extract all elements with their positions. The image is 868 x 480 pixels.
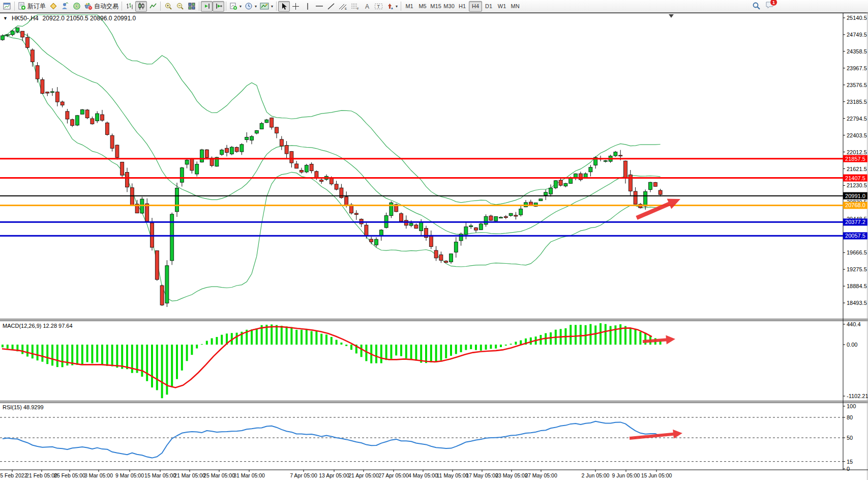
price-tag-21857.5: 21857.5 <box>843 155 867 162</box>
collapse-arrow-icon[interactable]: ▼ <box>3 16 8 21</box>
new-order-button[interactable]: 新订单 <box>16 1 47 12</box>
metaeditor-button[interactable] <box>47 1 59 12</box>
svg-text:15 Mar 05:00: 15 Mar 05:00 <box>144 472 176 478</box>
timeframe-m5[interactable]: M5 <box>416 1 429 12</box>
svg-text:15: 15 <box>847 459 853 465</box>
timeframe-d1[interactable]: D1 <box>482 1 495 12</box>
timeframe-m30[interactable]: M30 <box>442 1 456 12</box>
svg-text:23967.5: 23967.5 <box>847 65 867 71</box>
line-chart-icon <box>149 2 157 10</box>
bar-chart-button[interactable] <box>124 1 135 12</box>
add-indicator-button[interactable]: ▾ <box>228 1 243 12</box>
svg-text:19666.5: 19666.5 <box>847 249 867 256</box>
zoom-out-button[interactable] <box>174 1 186 12</box>
new-order-label: 新订单 <box>27 2 46 11</box>
separator <box>226 2 226 11</box>
candlestick-chart-button[interactable] <box>135 1 147 12</box>
cursor-tool-button[interactable] <box>278 1 290 12</box>
svg-text:22403.5: 22403.5 <box>847 132 867 138</box>
timeframe-m1[interactable]: M1 <box>403 1 416 12</box>
gem-icon <box>49 2 57 10</box>
text-label-tool-button[interactable]: T <box>373 1 384 12</box>
macd-label: MACD(12,26,9) 12.28 97.64 <box>3 323 73 329</box>
zoom-out-icon <box>176 2 184 10</box>
notifications-button[interactable]: 1 <box>765 1 774 11</box>
svg-text:T: T <box>377 4 380 9</box>
line-chart-button[interactable] <box>147 1 159 12</box>
svg-text:50: 50 <box>847 435 853 441</box>
auto-scroll-button[interactable] <box>201 1 213 12</box>
charts-window-button[interactable] <box>1 1 13 12</box>
vertical-line-tool-button[interactable] <box>302 1 313 12</box>
svg-text:18884.5: 18884.5 <box>847 283 867 289</box>
horizontal-line-tool-button[interactable] <box>313 1 325 12</box>
svg-text:20991.0: 20991.0 <box>845 193 865 199</box>
timeframe-m15[interactable]: M15 <box>429 1 442 12</box>
shapes-arrow-icon <box>386 3 394 10</box>
crosshair-tool-button[interactable] <box>290 1 302 12</box>
chart-shift-button[interactable] <box>213 1 224 12</box>
svg-text:23185.5: 23185.5 <box>847 99 867 105</box>
svg-text:20377.2: 20377.2 <box>845 219 865 225</box>
separator <box>160 2 161 11</box>
timeframe-h1[interactable]: H1 <box>456 1 469 12</box>
auto-trading-icon <box>84 2 93 10</box>
svg-text:25 Feb 05:00: 25 Feb 05:00 <box>54 472 85 478</box>
timeframe-mn[interactable]: MN <box>508 1 522 12</box>
svg-text:21621.5: 21621.5 <box>847 166 867 172</box>
signals-icon <box>73 2 81 10</box>
svg-text:21230.5: 21230.5 <box>847 182 867 188</box>
chart-shift-icon <box>215 2 223 10</box>
horizontal-line-icon <box>315 3 323 10</box>
text-icon: A <box>364 3 371 10</box>
trendline-icon <box>327 3 335 10</box>
notification-badge: 1 <box>770 0 777 6</box>
template-icon <box>260 3 269 10</box>
svg-text:20057.5: 20057.5 <box>845 233 865 239</box>
caret-down-icon: ▾ <box>271 4 273 9</box>
candlestick-chart-icon <box>137 2 145 10</box>
svg-text:21 Mar 05:00: 21 Mar 05:00 <box>174 472 205 478</box>
signals-button[interactable] <box>71 1 82 12</box>
market-watch-button[interactable] <box>59 1 71 12</box>
text-tool-button[interactable]: A <box>361 1 373 12</box>
svg-text:24358.5: 24358.5 <box>847 48 867 54</box>
period-button[interactable]: ▾ <box>243 1 258 12</box>
arrows-tool-button[interactable]: ▾ <box>384 1 399 12</box>
chart-canvas[interactable]: 25140.524749.524358.523967.523576.523185… <box>0 13 868 480</box>
fibonacci-tool-button[interactable]: F <box>349 1 361 12</box>
chart-window-icon <box>3 2 11 10</box>
search-icon <box>752 2 761 10</box>
channel-tool-button[interactable]: E <box>337 1 349 12</box>
clock-icon <box>245 2 253 10</box>
svg-text:22794.5: 22794.5 <box>847 116 867 122</box>
svg-text:15 Feb 2022: 15 Feb 2022 <box>0 472 27 478</box>
svg-text:27 Apr 05:00: 27 Apr 05:00 <box>378 472 409 478</box>
trendline-tool-button[interactable] <box>325 1 337 12</box>
search-button[interactable] <box>751 1 762 11</box>
svg-text:A: A <box>365 3 369 10</box>
timeframe-h4[interactable]: H4 <box>469 1 482 12</box>
svg-text:2 Jun 05:00: 2 Jun 05:00 <box>582 472 610 478</box>
caret-down-icon: ▾ <box>255 4 257 9</box>
chart-ohlc: 20922.0 21050.5 20896.0 20991.0 <box>43 15 136 22</box>
separator <box>14 2 15 11</box>
svg-text:9 Mar 05:00: 9 Mar 05:00 <box>115 472 144 478</box>
add-indicator-icon <box>229 2 237 10</box>
svg-text:21 Feb 05:00: 21 Feb 05:00 <box>26 472 57 478</box>
chart-header: ▼ HK50-,H4 20922.0 21050.5 20896.0 20991… <box>3 15 136 22</box>
separator <box>401 2 401 11</box>
timeframe-w1[interactable]: W1 <box>495 1 508 12</box>
auto-trading-button[interactable]: 自动交易 <box>82 1 120 12</box>
tile-windows-button[interactable] <box>186 1 197 12</box>
zoom-in-button[interactable] <box>162 1 174 12</box>
chart-window[interactable]: 25140.524749.524358.523967.523576.523185… <box>0 13 868 480</box>
svg-text:11 May 05:00: 11 May 05:00 <box>437 472 469 478</box>
separator <box>122 2 122 11</box>
svg-text:-1102.21: -1102.21 <box>847 393 868 399</box>
crosshair-icon <box>292 3 300 10</box>
svg-text:23 May 05:00: 23 May 05:00 <box>495 472 528 478</box>
auto-trading-label: 自动交易 <box>94 2 118 11</box>
svg-text:22012.5: 22012.5 <box>847 149 867 155</box>
template-button[interactable]: ▾ <box>258 1 275 12</box>
